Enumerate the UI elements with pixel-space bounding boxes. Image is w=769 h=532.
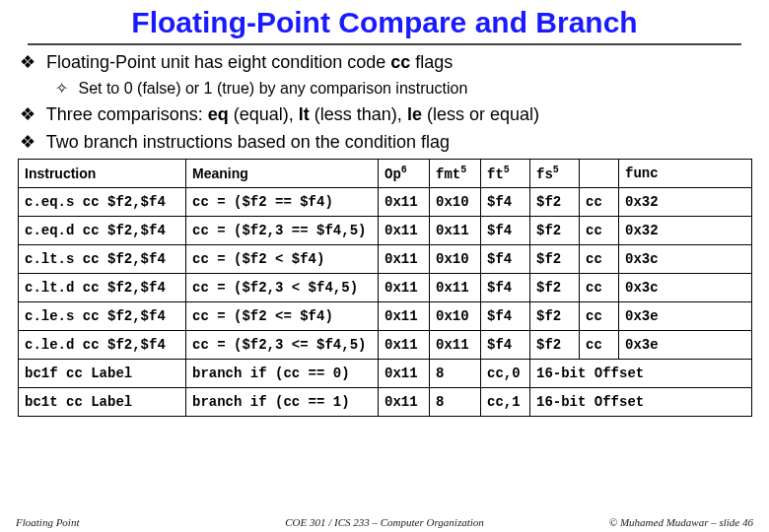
cell-fmt: 8 [430, 388, 481, 417]
table-row: c.lt.s cc $f2,$f4cc = ($f2 < $f4)0x110x1… [19, 245, 752, 274]
bullets-area: ❖ Floating-Point unit has eight conditio… [20, 51, 749, 153]
th-fmt: fmt5 [430, 160, 481, 188]
diamond-icon: ❖ [20, 52, 35, 72]
cell-ft: $f4 [481, 217, 530, 245]
cell-offset: 16-bit Offset [530, 360, 752, 388]
cell-instr: c.le.d cc $f2,$f4 [19, 331, 186, 360]
th-instruction: Instruction [19, 160, 186, 188]
cell-meaning: branch if (cc == 1) [186, 388, 379, 417]
cell-meaning: branch if (cc == 0) [186, 360, 379, 388]
cell-op: 0x11 [379, 245, 430, 274]
cell-func: 0x3c [619, 245, 752, 274]
cell-meaning: cc = ($f2 < $f4) [186, 245, 379, 274]
cell-ft: $f4 [481, 331, 530, 360]
title-underline [28, 43, 741, 45]
slide-title: Floating-Point Compare and Branch [0, 0, 769, 43]
cell-cc: cc [580, 302, 619, 331]
cell-offset: 16-bit Offset [530, 388, 752, 417]
bullet-2-le-t: (less or equal) [422, 104, 539, 124]
bullet-2-lt-t: (less than), [310, 104, 407, 124]
th-blank [580, 160, 619, 188]
cell-op: 0x11 [379, 388, 430, 417]
cell-cc: cc [580, 331, 619, 360]
cell-ft: $f4 [481, 188, 530, 217]
cell-fs: $f2 [530, 217, 580, 245]
bullet-1-sub-text: Set to 0 (false) or 1 (true) by any comp… [78, 80, 467, 97]
bullet-1-text-pre: Floating-Point unit has eight condition … [46, 52, 390, 72]
cell-ft: $f4 [481, 274, 530, 302]
cell-instr: c.le.s cc $f2,$f4 [19, 302, 186, 331]
cell-op: 0x11 [379, 302, 430, 331]
table-row: c.eq.s cc $f2,$f4cc = ($f2 == $f4)0x110x… [19, 188, 752, 217]
cell-fs: $f2 [530, 245, 580, 274]
cell-op: 0x11 [379, 274, 430, 302]
table-row: c.le.d cc $f2,$f4cc = ($f2,3 <= $f4,5)0x… [19, 331, 752, 360]
cell-ft: $f4 [481, 245, 530, 274]
table-row: c.lt.d cc $f2,$f4cc = ($f2,3 < $f4,5)0x1… [19, 274, 752, 302]
table-row: c.le.s cc $f2,$f4cc = ($f2 <= $f4)0x110x… [19, 302, 752, 331]
cell-cc: cc [580, 245, 619, 274]
cell-instr: bc1t cc Label [19, 388, 186, 417]
th-meaning: Meaning [186, 160, 379, 188]
cell-ft: cc,1 [481, 388, 530, 417]
cell-ft: $f4 [481, 302, 530, 331]
cell-fs: $f2 [530, 302, 580, 331]
cell-cc: cc [580, 274, 619, 302]
th-op: Op6 [379, 160, 430, 188]
cell-op: 0x11 [379, 331, 430, 360]
cell-func: 0x32 [619, 217, 752, 245]
cell-fmt: 0x11 [430, 217, 481, 245]
cell-meaning: cc = ($f2,3 == $f4,5) [186, 217, 379, 245]
diamond-icon: ❖ [20, 104, 35, 124]
bullet-1-cc: cc [390, 52, 410, 72]
bullet-2-lt: lt [299, 104, 310, 124]
cell-ft: cc,0 [481, 360, 530, 388]
cell-meaning: cc = ($f2 <= $f4) [186, 302, 379, 331]
diamond-icon: ❖ [20, 132, 35, 152]
cell-cc: cc [580, 217, 619, 245]
table-row: c.eq.d cc $f2,$f4cc = ($f2,3 == $f4,5)0x… [19, 217, 752, 245]
bullet-2-eq: eq [208, 104, 229, 124]
bullet-2-eq-t: (equal), [229, 104, 299, 124]
bullet-2-le: le [407, 104, 422, 124]
cell-fmt: 0x10 [430, 302, 481, 331]
bullet-1-text-post: flags [410, 52, 453, 72]
bullet-2-pre: Three comparisons: [46, 104, 208, 124]
bullet-2: ❖ Three comparisons: eq (equal), lt (les… [20, 103, 749, 125]
cell-instr: c.eq.d cc $f2,$f4 [19, 217, 186, 245]
cell-meaning: cc = ($f2 == $f4) [186, 188, 379, 217]
cell-meaning: cc = ($f2,3 < $f4,5) [186, 274, 379, 302]
instruction-table: Instruction Meaning Op6 fmt5 ft5 fs5 fun… [18, 159, 752, 417]
cell-func: 0x3e [619, 331, 752, 360]
th-ft: ft5 [481, 160, 530, 188]
cell-fmt: 0x11 [430, 331, 481, 360]
cell-op: 0x11 [379, 360, 430, 388]
cell-func: 0x3c [619, 274, 752, 302]
cell-instr: c.lt.d cc $f2,$f4 [19, 274, 186, 302]
footer: Floating Point COE 301 / ICS 233 – Compu… [0, 516, 769, 528]
bullet-3-text: Two branch instructions based on the con… [46, 132, 450, 152]
cell-op: 0x11 [379, 188, 430, 217]
cell-func: 0x3e [619, 302, 752, 331]
cell-func: 0x32 [619, 188, 752, 217]
table-row: bc1f cc Labelbranch if (cc == 0)0x118cc,… [19, 360, 752, 388]
cell-fmt: 0x10 [430, 245, 481, 274]
cell-cc: cc [580, 188, 619, 217]
footer-left: Floating Point [16, 516, 79, 528]
cell-meaning: cc = ($f2,3 <= $f4,5) [186, 331, 379, 360]
table-header-row: Instruction Meaning Op6 fmt5 ft5 fs5 fun… [19, 160, 752, 188]
table-row: bc1t cc Labelbranch if (cc == 1)0x118cc,… [19, 388, 752, 417]
th-func: func [619, 160, 752, 188]
cell-instr: c.lt.s cc $f2,$f4 [19, 245, 186, 274]
cell-fmt: 8 [430, 360, 481, 388]
diamond-outline-icon: ✧ [55, 80, 68, 97]
cell-instr: c.eq.s cc $f2,$f4 [19, 188, 186, 217]
bullet-3: ❖ Two branch instructions based on the c… [20, 131, 749, 153]
cell-fmt: 0x11 [430, 274, 481, 302]
footer-right: © Muhamed Mudawar – slide 46 [609, 516, 753, 528]
cell-fs: $f2 [530, 274, 580, 302]
cell-instr: bc1f cc Label [19, 360, 186, 388]
cell-op: 0x11 [379, 217, 430, 245]
th-fs: fs5 [530, 160, 580, 188]
cell-fs: $f2 [530, 188, 580, 217]
